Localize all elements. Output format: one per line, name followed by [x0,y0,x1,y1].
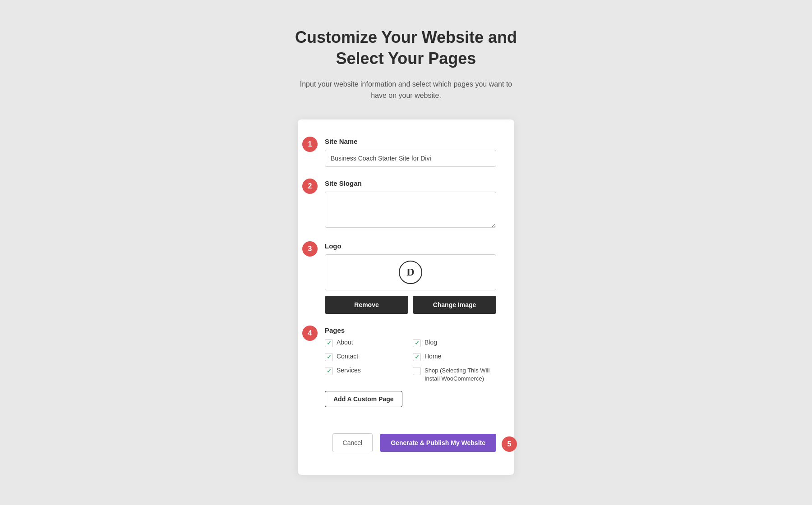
page-title: Customize Your Website and Select Your P… [295,27,517,69]
cancel-button[interactable]: Cancel [332,433,373,452]
checkbox-about[interactable] [325,339,333,347]
page-item-about: About [325,339,408,347]
step-badge-2: 2 [302,179,318,194]
bottom-actions: Cancel Generate & Publish My Website 5 [325,433,496,452]
page-wrapper: Customize Your Website and Select Your P… [9,27,803,475]
logo-preview: D [325,254,496,290]
page-name-blog: Blog [424,339,437,346]
pages-label: Pages [325,326,496,334]
logo-label: Logo [325,242,496,250]
site-name-label: Site Name [325,138,496,145]
checkbox-blog[interactable] [413,339,421,347]
site-slogan-label: Site Slogan [325,179,496,187]
publish-wrapper: Generate & Publish My Website 5 [380,434,496,452]
page-name-about: About [337,339,353,346]
page-item-services: Services [325,367,408,383]
logo-icon: D [399,261,422,284]
logo-section: 3 Logo D Remove Change Image [325,242,496,314]
page-item-home: Home [413,353,496,361]
remove-button[interactable]: Remove [325,296,408,314]
site-name-section: 1 Site Name [325,138,496,167]
logo-buttons: Remove Change Image [325,296,496,314]
change-image-button[interactable]: Change Image [413,296,496,314]
step-badge-4: 4 [302,326,318,341]
checkbox-shop[interactable] [413,367,421,375]
add-custom-page-button[interactable]: Add A Custom Page [325,391,402,407]
step-badge-1: 1 [302,137,318,152]
page-item-contact: Contact [325,353,408,361]
page-item-shop: Shop (Selecting This Will Install WooCom… [413,367,496,383]
pages-section: 4 Pages About Blog Contact [325,326,496,421]
step-badge-3: 3 [302,241,318,257]
step-badge-5: 5 [502,436,517,452]
checkbox-home[interactable] [413,353,421,361]
page-name-services: Services [337,367,361,374]
site-name-input[interactable] [325,150,496,167]
publish-button[interactable]: Generate & Publish My Website [380,434,496,452]
checkbox-contact[interactable] [325,353,333,361]
form-card: 1 Site Name 2 Site Slogan 3 Logo D Remov… [298,119,514,475]
page-name-contact: Contact [337,353,358,360]
pages-grid: About Blog Contact Home [325,339,496,383]
checkbox-services[interactable] [325,367,333,375]
page-item-blog: Blog [413,339,496,347]
site-slogan-section: 2 Site Slogan [325,179,496,230]
page-name-shop: Shop (Selecting This Will Install WooCom… [424,367,496,383]
page-name-home: Home [424,353,441,360]
site-slogan-input[interactable] [325,192,496,228]
page-subtitle: Input your website information and selec… [298,78,514,101]
